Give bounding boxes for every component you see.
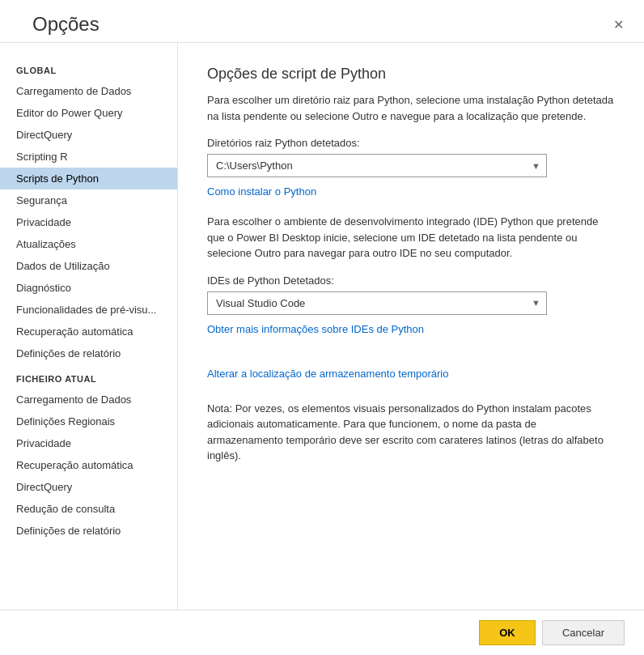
sidebar-item-fc-direct-query[interactable]: DirectQuery	[0, 476, 177, 498]
ide-description: Para escolher o ambiente de desenvolvime…	[207, 214, 615, 262]
root-dir-label: Diretórios raiz Python detetados:	[207, 137, 615, 149]
sidebar-item-seguranca[interactable]: Segurança	[0, 189, 177, 211]
global-section-label: GLOBAL	[0, 56, 177, 80]
ide-dropdown[interactable]: Visual Studio CodeOutro	[207, 291, 547, 315]
title-bar: Opções ✕	[0, 0, 644, 42]
ide-label: IDEs de Python Detetados:	[207, 274, 615, 287]
sidebar-item-fc-carregamento-dados[interactable]: Carregamento de Dados	[0, 389, 177, 410]
temp-storage-link[interactable]: Alterar a localização de armazenamento t…	[207, 368, 448, 380]
note-text: Nota: Por vezes, os elementos visuais pe…	[207, 401, 615, 464]
sidebar-item-scripting-r[interactable]: Scripting R	[0, 146, 177, 168]
sidebar-item-fc-definicoes-relatorio[interactable]: Definições de relatório	[0, 520, 177, 542]
sidebar-item-carregamento-dados[interactable]: Carregamento de Dados	[0, 80, 177, 102]
dialog-title: Opções	[32, 13, 100, 36]
footer: OK Cancelar	[0, 610, 644, 655]
sidebar-item-diagnostico[interactable]: Diagnóstico	[0, 277, 177, 299]
sidebar-item-dados-utilizacao[interactable]: Dados de Utilização	[0, 255, 177, 277]
install-python-link[interactable]: Como instalar o Python	[207, 185, 316, 198]
sidebar-item-scripts-python[interactable]: Scripts de Python	[0, 168, 177, 189]
root-dir-dropdown-wrapper: C:\Users\PythonOutro ▼	[207, 154, 547, 177]
sidebar-item-atualizacoes[interactable]: Atualizações	[0, 233, 177, 255]
sidebar-item-definicoes-relatorio[interactable]: Definições de relatório	[0, 342, 177, 364]
main-content: Opções de script de Python Para escolher…	[178, 43, 644, 610]
sidebar-item-fc-recuperacao-automatica[interactable]: Recuperação automática	[0, 454, 177, 476]
global-nav: Carregamento de DadosEditor do Power Que…	[0, 80, 177, 364]
sidebar-item-funcionalidades-pre-visu[interactable]: Funcionalidades de pré-visu...	[0, 299, 177, 321]
ide-info-link[interactable]: Obter mais informações sobre IDEs de Pyt…	[207, 323, 424, 335]
cancel-button[interactable]: Cancelar	[542, 620, 625, 645]
ficheiro-nav: Carregamento de DadosDefinições Regionai…	[0, 389, 177, 542]
content-description: Para escolher um diretório raiz para Pyt…	[207, 92, 615, 124]
sidebar-item-direct-query[interactable]: DirectQuery	[0, 124, 177, 146]
close-button[interactable]: ✕	[608, 15, 628, 34]
content-title: Opções de script de Python	[207, 66, 615, 83]
sidebar-item-fc-definicoes-regionais[interactable]: Definições Regionais	[0, 410, 177, 432]
sidebar: GLOBAL Carregamento de DadosEditor do Po…	[0, 43, 178, 610]
sidebar-item-fc-reducao-consulta[interactable]: Redução de consulta	[0, 498, 177, 520]
dialog-body: GLOBAL Carregamento de DadosEditor do Po…	[0, 42, 644, 610]
sidebar-item-privacidade[interactable]: Privacidade	[0, 211, 177, 233]
sidebar-item-fc-privacidade[interactable]: Privacidade	[0, 432, 177, 454]
root-dir-dropdown[interactable]: C:\Users\PythonOutro	[207, 154, 547, 177]
ide-dropdown-wrapper: Visual Studio CodeOutro ▼	[207, 291, 547, 315]
ok-button[interactable]: OK	[479, 620, 536, 645]
options-dialog: Opções ✕ GLOBAL Carregamento de DadosEdi…	[0, 0, 644, 655]
ficheiro-section-label: FICHEIRO ATUAL	[0, 364, 177, 389]
sidebar-item-editor-power-query[interactable]: Editor do Power Query	[0, 102, 177, 124]
sidebar-item-recuperacao-automatica[interactable]: Recuperação automática	[0, 321, 177, 342]
